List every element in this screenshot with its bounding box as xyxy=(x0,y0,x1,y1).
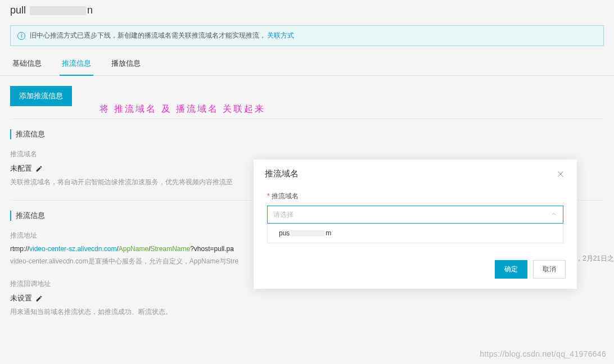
title-prefix: pull xyxy=(10,4,26,16)
truncated-text-right: ，2月21日之 xyxy=(576,254,614,263)
tab-push[interactable]: 推流信息 xyxy=(60,53,93,75)
tabs: 基础信息 推流信息 播放信息 xyxy=(0,53,614,76)
push-domain-modal: 推流域名 *推流域名 请选择 pusm 确定 取消 xyxy=(254,160,577,289)
banner-text: 旧中心推流方式已逐步下线，新创建的播流域名需关联推流域名才能实现推流， xyxy=(30,31,266,40)
watermark: https://blog.csdn.net/qq_41976646 xyxy=(480,349,606,358)
tab-play[interactable]: 播放信息 xyxy=(109,53,143,75)
title-suffix: n xyxy=(87,4,93,16)
cancel-button[interactable]: 取消 xyxy=(533,260,566,279)
push-domain-label: 推流域名 xyxy=(10,149,604,159)
edit-icon[interactable] xyxy=(35,295,43,302)
page-title: pull n xyxy=(0,0,614,25)
annotation-text: 将 推流域名 及 播流域名 关联起来 xyxy=(100,103,266,115)
select-placeholder: 请选择 xyxy=(273,210,294,220)
banner-link[interactable]: 关联方式 xyxy=(267,31,294,40)
modal-title: 推流域名 xyxy=(265,169,299,179)
tab-basic[interactable]: 基础信息 xyxy=(10,53,44,75)
edit-icon[interactable] xyxy=(35,165,43,172)
push-domain-value: 未配置 xyxy=(10,163,32,174)
add-push-info-button[interactable]: 添加推流信息 xyxy=(10,86,72,106)
info-banner: i 旧中心推流方式已逐步下线，新创建的播流域名需关联推流域名才能实现推流， 关联… xyxy=(10,25,604,46)
chevron-up-icon xyxy=(550,211,557,219)
dropdown-option[interactable]: pusm xyxy=(268,224,563,243)
section-push-info-title: 推流信息 xyxy=(10,129,604,139)
confirm-button[interactable]: 确定 xyxy=(495,260,527,279)
callback-value: 未设置 xyxy=(10,293,32,303)
callback-desc: 用来通知当前域名推流状态，如推流成功、断流状态。 xyxy=(10,307,604,317)
title-masked xyxy=(30,6,86,15)
push-domain-select[interactable]: 请选择 xyxy=(267,206,563,224)
modal-field-label: *推流域名 xyxy=(267,192,563,201)
select-dropdown: pusm xyxy=(267,224,563,243)
close-icon[interactable] xyxy=(556,169,566,179)
info-icon: i xyxy=(17,32,25,40)
